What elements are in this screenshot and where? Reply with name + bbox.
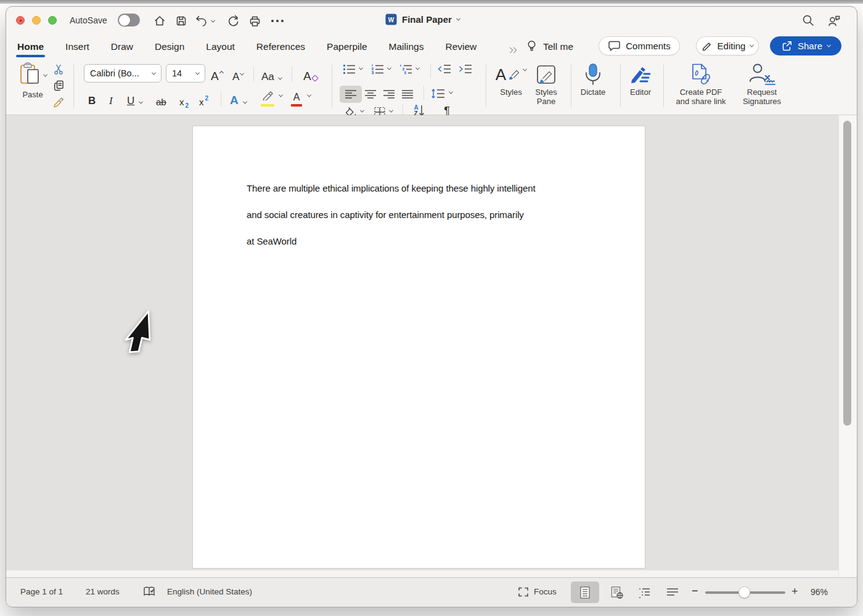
- underline-button[interactable]: U: [127, 90, 142, 107]
- chevron-down-icon: [43, 73, 47, 77]
- document-title[interactable]: W Final Paper: [385, 14, 460, 25]
- chevron-down-icon[interactable]: [360, 108, 364, 113]
- redo-button[interactable]: [226, 14, 241, 28]
- multilevel-list-button[interactable]: [399, 62, 414, 76]
- language-indicator[interactable]: English (United States): [167, 587, 252, 596]
- subscript-button[interactable]: x2: [179, 90, 189, 107]
- chevron-down-icon[interactable]: [449, 90, 453, 94]
- numbered-list-button[interactable]: [370, 62, 385, 76]
- document-page[interactable]: There are multiple ethical implications …: [192, 126, 645, 569]
- word-count[interactable]: 21 words: [86, 587, 120, 596]
- text-effects-button[interactable]: A: [230, 90, 247, 107]
- font-color-button[interactable]: A: [291, 90, 311, 107]
- focus-mode-button[interactable]: [517, 586, 530, 600]
- font-name-select[interactable]: Calibri (Bo...: [84, 64, 162, 83]
- bold-button[interactable]: B: [88, 90, 96, 107]
- copy-button[interactable]: [51, 79, 66, 92]
- page-indicator[interactable]: Page 1 of 1: [20, 587, 63, 596]
- align-right-button[interactable]: [382, 87, 396, 101]
- person-chat-icon: [827, 14, 841, 28]
- zoom-in-button[interactable]: +: [791, 585, 798, 598]
- numbered-list-icon: [371, 63, 385, 75]
- close-window-button[interactable]: [16, 16, 25, 25]
- fullscreen-window-button[interactable]: [48, 16, 57, 25]
- search-button[interactable]: [801, 13, 816, 28]
- create-pdf-share-link-button[interactable]: Create PDF and share link: [665, 62, 737, 106]
- align-center-button[interactable]: [363, 87, 378, 101]
- line-spacing-button[interactable]: [431, 87, 446, 100]
- document-text[interactable]: There are multiple ethical implications …: [247, 175, 536, 254]
- more-commands-button[interactable]: [270, 14, 285, 28]
- print-button[interactable]: [247, 14, 262, 28]
- tab-overflow-button[interactable]: [508, 44, 516, 55]
- grow-font-button[interactable]: A: [211, 66, 223, 83]
- tab-design[interactable]: Design: [153, 39, 186, 55]
- undo-button[interactable]: [194, 14, 208, 28]
- create-pdf-label-2: and share link: [665, 97, 737, 106]
- web-layout-view-button[interactable]: [603, 582, 631, 603]
- tab-mailings[interactable]: Mailings: [388, 39, 425, 55]
- group-divider: [332, 65, 332, 107]
- bullet-list-button[interactable]: [342, 62, 357, 76]
- dictate-button[interactable]: Dictate: [573, 62, 613, 97]
- format-painter-button[interactable]: [51, 95, 66, 109]
- zoom-slider-thumb[interactable]: [738, 586, 750, 598]
- zoom-out-button[interactable]: −: [692, 585, 698, 598]
- editor-button[interactable]: Editor: [621, 62, 660, 97]
- chevron-down-icon[interactable]: [389, 108, 393, 113]
- highlight-color-button[interactable]: [261, 90, 282, 107]
- chevron-down-icon: [456, 17, 460, 21]
- minimize-window-button[interactable]: [32, 16, 41, 25]
- autosave-toggle[interactable]: [118, 14, 140, 26]
- change-case-button[interactable]: Aa: [261, 66, 282, 83]
- paste-button[interactable]: Paste: [17, 62, 49, 99]
- home-quick-button[interactable]: [152, 14, 167, 28]
- chevron-down-icon[interactable]: [359, 66, 363, 70]
- request-signatures-button[interactable]: Request Signatures: [732, 62, 791, 106]
- ribbon: Paste Calibri (Bo... 14 A A Aa A: [6, 59, 857, 115]
- request-signatures-label-2: Signatures: [732, 97, 791, 106]
- tab-home[interactable]: Home: [16, 39, 45, 55]
- save-button[interactable]: [174, 14, 189, 28]
- justify-button[interactable]: [400, 87, 415, 101]
- document-line[interactable]: There are multiple ethical implications …: [247, 175, 536, 201]
- decrease-indent-button[interactable]: [437, 62, 452, 76]
- styles-pane-button[interactable]: Styles Pane: [527, 62, 565, 106]
- undo-dropdown[interactable]: [208, 14, 217, 28]
- tab-review[interactable]: Review: [444, 39, 478, 55]
- font-size-select[interactable]: 14: [166, 64, 205, 83]
- paste-clipboard-icon: [19, 62, 44, 86]
- share-button[interactable]: Share: [770, 36, 841, 55]
- print-layout-view-button[interactable]: [571, 582, 599, 603]
- draft-view-button[interactable]: [658, 582, 687, 603]
- clear-formatting-button[interactable]: A: [303, 66, 320, 83]
- chevron-down-icon[interactable]: [387, 66, 391, 70]
- proofing-status-button[interactable]: [142, 585, 156, 601]
- italic-button[interactable]: I: [109, 90, 113, 107]
- styles-button[interactable]: A Styles: [492, 62, 530, 97]
- shrink-font-button[interactable]: A: [232, 66, 243, 83]
- increase-indent-button[interactable]: [458, 62, 473, 76]
- chevron-down-icon[interactable]: [415, 66, 420, 70]
- focus-label[interactable]: Focus: [534, 587, 557, 596]
- tab-paperpile[interactable]: Paperpile: [325, 39, 369, 55]
- editing-mode-button[interactable]: Editing: [696, 36, 759, 55]
- tab-insert[interactable]: Insert: [64, 39, 91, 55]
- feedback-button[interactable]: [827, 13, 841, 28]
- document-line[interactable]: at SeaWorld: [247, 228, 536, 254]
- vertical-scrollbar[interactable]: [838, 115, 857, 578]
- cut-button[interactable]: [51, 62, 66, 76]
- zoom-percentage[interactable]: 96%: [811, 587, 828, 597]
- tab-references[interactable]: References: [255, 39, 306, 55]
- document-line[interactable]: and social creatures in captivity for en…: [247, 201, 536, 228]
- comments-button[interactable]: Comments: [599, 36, 680, 55]
- tell-me-button[interactable]: Tell me: [526, 39, 573, 54]
- scrollbar-thumb[interactable]: [843, 121, 851, 426]
- superscript-button[interactable]: x2: [199, 90, 208, 107]
- tab-draw[interactable]: Draw: [110, 39, 134, 55]
- document-canvas[interactable]: There are multiple ethical implications …: [6, 115, 857, 578]
- tab-layout[interactable]: Layout: [205, 39, 236, 55]
- strikethrough-button[interactable]: ab: [156, 90, 166, 107]
- outline-view-button[interactable]: [631, 582, 659, 603]
- align-left-button[interactable]: [343, 87, 358, 101]
